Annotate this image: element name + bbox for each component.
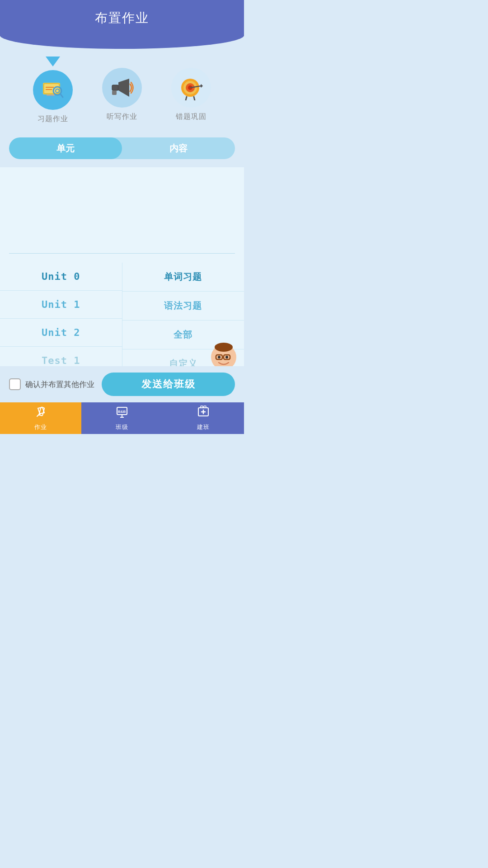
icon-item-mistakes[interactable]: 错题巩固 — [171, 68, 211, 122]
svg-line-18 — [186, 97, 187, 100]
nav-class-label: 班级 — [116, 423, 128, 431]
confirm-checkbox-label[interactable]: 确认并布置其他作业 — [9, 378, 94, 390]
confirm-checkbox[interactable] — [9, 378, 21, 390]
dictation-label: 听写作业 — [107, 112, 137, 122]
svg-rect-9 — [112, 85, 118, 90]
svg-line-19 — [194, 97, 195, 100]
svg-line-8 — [60, 94, 63, 97]
tab-bar: 单元 内容 — [9, 137, 235, 159]
dictation-icon-circle — [102, 68, 142, 108]
tab-unit[interactable]: 单元 — [9, 137, 122, 159]
svg-point-25 — [218, 356, 221, 359]
mistakes-icon — [178, 75, 204, 100]
bottom-action: 确认并布置其他作业 发送给班级 — [0, 366, 244, 402]
send-button[interactable]: 发送给班级 — [102, 373, 235, 396]
add-icon — [197, 406, 210, 421]
svg-marker-17 — [200, 84, 203, 88]
svg-marker-10 — [118, 79, 129, 97]
exercise-label: 习题作业 — [38, 114, 68, 124]
exercise-icon — [40, 77, 66, 103]
nav-homework-label: 作业 — [34, 423, 47, 431]
icon-item-dictation[interactable]: 听写作业 — [102, 68, 142, 122]
svg-text:B&B: B&B — [118, 410, 126, 414]
selected-arrow — [46, 57, 60, 66]
board-icon: B&B — [116, 406, 128, 421]
svg-point-26 — [225, 356, 228, 359]
top-section: 习题作业 听写作业 — [0, 36, 244, 167]
header: 布置作业 — [0, 0, 244, 36]
unit-item-0[interactable]: Unit 0 — [0, 263, 122, 291]
nav-item-class[interactable]: B&B 班级 — [81, 402, 163, 434]
spacer — [0, 167, 244, 249]
svg-rect-5 — [47, 94, 55, 96]
content-item-0[interactable]: 单词习题 — [122, 263, 244, 292]
mistakes-icon-circle — [171, 68, 211, 108]
mistakes-label: 错题巩固 — [176, 112, 206, 122]
nav-item-create[interactable]: 建班 — [163, 402, 244, 434]
icons-section: 习题作业 听写作业 — [0, 61, 244, 133]
dictation-icon — [109, 75, 135, 100]
unit-item-2[interactable]: Unit 2 — [0, 319, 122, 347]
page-title: 布置作业 — [95, 9, 149, 27]
svg-rect-39 — [204, 406, 206, 408]
content-item-1[interactable]: 语法习题 — [122, 292, 244, 321]
exercise-icon-circle — [33, 70, 73, 110]
svg-point-21 — [215, 343, 233, 352]
divider-top — [9, 253, 235, 254]
nav-create-label: 建班 — [197, 423, 210, 431]
svg-rect-38 — [201, 406, 203, 408]
header-wave — [0, 35, 244, 44]
svg-rect-1 — [44, 84, 59, 94]
svg-rect-11 — [112, 90, 117, 95]
unit-item-1[interactable]: Unit 1 — [0, 291, 122, 319]
nav-item-homework[interactable]: 作业 — [0, 402, 81, 434]
unit-column: Unit 0 Unit 1 Unit 2 Test 1 — [0, 263, 122, 378]
bottom-nav: 作业 B&B 班级 — [0, 402, 244, 434]
confirm-text: 确认并布置其他作业 — [25, 379, 94, 390]
tab-content[interactable]: 内容 — [122, 137, 235, 159]
icon-item-exercise[interactable]: 习题作业 — [33, 66, 73, 124]
pencil-icon — [34, 406, 47, 421]
